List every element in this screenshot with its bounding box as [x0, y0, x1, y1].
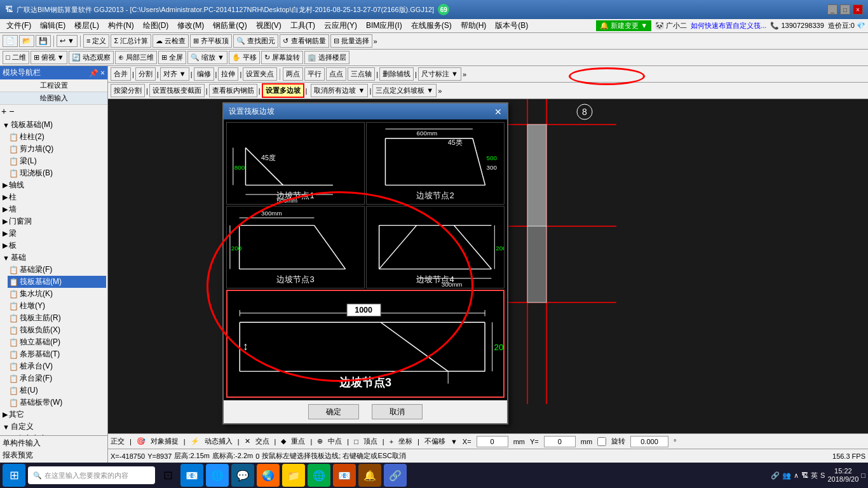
tree-item-neg-steel[interactable]: 📋筏板负筋(X): [8, 324, 106, 336]
tree-item-shear-wall[interactable]: 📋剪力墙(Q): [8, 143, 106, 155]
taskbar-search[interactable]: 🔍 在这里输入您要搜索的内容: [28, 466, 155, 484]
slope-node-2[interactable]: 45类: [366, 122, 505, 205]
slope-node-4[interactable]: 200 300mm 边坡节点4: [366, 206, 505, 288]
find-element-button[interactable]: 🔍 查找图元: [233, 34, 278, 48]
menu-online[interactable]: 在线服务(S): [407, 19, 456, 32]
section-engineering[interactable]: 工程设置: [0, 79, 107, 92]
menu-view[interactable]: 视图(V): [252, 19, 285, 32]
align-button[interactable]: 对齐 ▼: [160, 67, 189, 81]
tree-item-main-steel[interactable]: 📋筏板主筋(R): [8, 312, 106, 324]
tree-item-column[interactable]: 📋柱柱(2): [8, 131, 106, 143]
define-button[interactable]: ≡ 定义: [83, 34, 109, 48]
pan-button[interactable]: ✋ 平移: [229, 51, 260, 64]
set-raft-section-button[interactable]: 设置筏板变截面: [149, 84, 205, 97]
split-by-beam-button[interactable]: 按梁分割: [111, 84, 145, 97]
start-button[interactable]: ⊞: [3, 464, 25, 487]
dynamic-view-button[interactable]: 🔄 动态观察: [69, 51, 114, 64]
menu-draw[interactable]: 绘图(D): [139, 19, 173, 32]
menu-cloud[interactable]: 云应用(Y): [320, 19, 361, 32]
single-component-input[interactable]: 单构件输入: [1, 437, 106, 449]
new-change-button[interactable]: 🔔 新建变更 ▼: [596, 20, 651, 31]
tree-item-plate[interactable]: ▶板: [1, 240, 106, 252]
cloud-check-button[interactable]: ☁ 云检查: [153, 34, 189, 48]
tree-item-beam[interactable]: 📋梁(L): [8, 155, 106, 167]
undo-button[interactable]: ↩ ▼: [57, 35, 78, 47]
menu-file[interactable]: 文件(F): [3, 19, 35, 32]
sum-button[interactable]: Σ 汇总计算: [111, 34, 151, 48]
menu-modify[interactable]: 修改(M): [173, 19, 208, 32]
cancel-button[interactable]: 取消: [372, 404, 423, 419]
align-top-button[interactable]: ⊞ 齐平板顶: [190, 34, 232, 48]
tree-item-isolated[interactable]: 📋独立基础(P): [8, 336, 106, 348]
quick-layout-link[interactable]: 如何快速布置自定义筏...: [691, 21, 766, 30]
taskbar-app-ie[interactable]: 🌐: [206, 464, 229, 487]
menu-tools[interactable]: 工具(T): [287, 19, 319, 32]
section-drawing[interactable]: 绘图输入: [0, 92, 107, 105]
confirm-button[interactable]: 确定: [308, 404, 359, 419]
2d-button[interactable]: □ 二维: [3, 51, 29, 64]
taskbar-task-view[interactable]: ⊡: [158, 465, 178, 485]
top-view-button[interactable]: ⊞ 俯视 ▼: [31, 51, 67, 64]
maximize-button[interactable]: □: [840, 4, 850, 15]
taskbar-app-link[interactable]: 🔗: [384, 464, 407, 487]
tree-item-axis[interactable]: ▶轴线: [1, 179, 106, 191]
tree-item-col[interactable]: ▶柱: [1, 191, 106, 203]
three-point-slope-button[interactable]: 三点定义斜坡板 ▼: [372, 84, 437, 97]
tree-item-opening[interactable]: ▶门窗洞: [1, 215, 106, 227]
taskbar-app-email[interactable]: 📧: [180, 464, 203, 487]
fullscreen-button[interactable]: ⊞ 全屏: [158, 51, 186, 64]
taskbar-app-chat[interactable]: 💬: [231, 464, 254, 487]
edit-button[interactable]: 编修: [194, 67, 214, 81]
stretch-button[interactable]: 拉伸: [218, 67, 238, 81]
dialog-close-button[interactable]: ✕: [494, 107, 502, 117]
save-button[interactable]: 💾: [36, 35, 51, 47]
taskbar-clock[interactable]: 15:22 2018/9/20: [827, 467, 858, 484]
menu-component[interactable]: 构件(N): [104, 19, 138, 32]
report-preview[interactable]: 报表预览: [1, 449, 106, 461]
tree-item-fbeam[interactable]: 📋基础梁(F): [8, 264, 106, 276]
two-point-button[interactable]: 两点: [283, 67, 303, 81]
taskbar-app-explorer[interactable]: 📁: [282, 464, 305, 487]
taskbar-notification[interactable]: □: [861, 471, 865, 479]
menu-help[interactable]: 帮助(H): [457, 19, 491, 32]
tree-item-wall[interactable]: ▶墙: [1, 203, 106, 215]
menu-steel[interactable]: 钢筋量(Q): [209, 19, 250, 32]
set-grip-button[interactable]: 设置夹点: [243, 67, 277, 81]
new-button[interactable]: 📄: [3, 35, 18, 47]
parallel-button[interactable]: 平行: [304, 67, 325, 81]
point-point-button[interactable]: 点点: [326, 67, 346, 81]
tree-item-pier[interactable]: 📋柱墩(Y): [8, 300, 106, 312]
x-input[interactable]: [477, 436, 508, 447]
open-button[interactable]: 📂: [19, 35, 34, 47]
rotate-checkbox[interactable]: [597, 437, 606, 446]
tree-item-raftfound[interactable]: 📋筏板基础(M): [8, 276, 106, 288]
del-aux-button[interactable]: 删除辅线: [379, 67, 414, 81]
menu-version[interactable]: 版本号(B): [491, 19, 532, 32]
tree-item-pile-cap[interactable]: 📋桩承台(V): [8, 360, 106, 372]
view-steel-button[interactable]: ↺ 查看钢筋量: [280, 34, 329, 48]
taskbar-app-mail2[interactable]: 📧: [333, 464, 356, 487]
tree-item-other[interactable]: ▶其它: [1, 409, 106, 421]
rotate-input[interactable]: [630, 436, 668, 447]
local-3d-button[interactable]: ⊕ 局部三维: [115, 51, 157, 64]
tree-item-raft-foundation-main[interactable]: ▼ 筏板基础(M): [1, 119, 106, 131]
merge-button[interactable]: 合并: [111, 67, 131, 81]
taskbar-app-ie2[interactable]: 🌏: [257, 464, 280, 487]
y-input[interactable]: [544, 436, 576, 447]
split-button[interactable]: 分割: [135, 67, 156, 81]
tree-item-pit[interactable]: 📋集水坑(K): [8, 288, 106, 300]
tree-item-foundation[interactable]: ▼基础: [1, 252, 106, 264]
tree-item-strip[interactable]: 📋条形基础(T): [8, 348, 106, 360]
close-button[interactable]: ×: [853, 4, 863, 15]
tree-item-strip-band[interactable]: 📋基础板带(W): [8, 396, 106, 409]
tree-item-pile[interactable]: 📋桩(U): [8, 384, 106, 396]
dim-mark-button[interactable]: 尺寸标注 ▼: [418, 67, 461, 81]
taskbar-app-green[interactable]: 🌐: [308, 464, 330, 487]
minimize-button[interactable]: _: [827, 4, 837, 15]
minus-icon[interactable]: −: [9, 106, 14, 116]
taskbar-icon-lang[interactable]: 英: [811, 471, 818, 480]
select-floor-button[interactable]: 🏢 选择楼层: [304, 51, 349, 64]
slope-node-3[interactable]: 200 300mm 边坡节点3: [226, 206, 365, 288]
sidebar-pin-icon[interactable]: 📌 ×: [89, 69, 105, 78]
tree-item-slab[interactable]: 📋现浇板(B): [8, 167, 106, 179]
